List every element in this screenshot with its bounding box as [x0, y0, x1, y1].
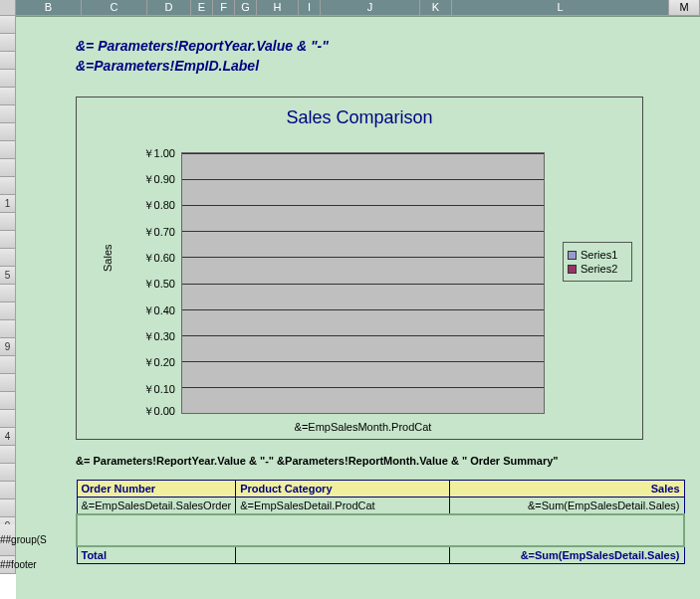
cell-sales[interactable]: &=Sum(EmpSalesDetail.Sales): [450, 498, 684, 515]
y-axis-label: Sales: [102, 244, 114, 272]
chart-title: Sales Comparison: [77, 107, 642, 128]
cell-order[interactable]: &=EmpSalesDetail.SalesOrder: [77, 498, 236, 515]
legend-label: Series1: [581, 249, 617, 261]
row-head[interactable]: 5: [0, 267, 16, 285]
summary-table[interactable]: Order Number Product Category Sales &=Em…: [76, 480, 685, 564]
row-head[interactable]: 9: [0, 338, 16, 356]
table-row[interactable]: &=EmpSalesDetail.SalesOrder &=EmpSalesDe…: [77, 498, 684, 515]
cell-total-mid: [236, 546, 450, 564]
cell-total-label: Total: [77, 546, 236, 564]
col-sales[interactable]: Sales: [450, 481, 684, 498]
table-header-row: Order Number Product Category Sales: [77, 481, 684, 498]
col-D[interactable]: D: [147, 0, 191, 15]
col-product-category[interactable]: Product Category: [236, 481, 450, 498]
chart-legend[interactable]: Series1 Series2: [563, 242, 632, 282]
col-E[interactable]: E: [191, 0, 213, 15]
row-footer-label: ##footer: [0, 556, 16, 574]
col-B[interactable]: B: [16, 0, 82, 15]
col-L[interactable]: L: [452, 0, 669, 15]
col-F[interactable]: F: [213, 0, 235, 15]
legend-item-series2[interactable]: Series2: [568, 263, 627, 275]
x-axis-label: &=EmpSalesMonth.ProdCat: [181, 421, 545, 433]
row-headers[interactable]: 1 5 9 4 9: [0, 16, 16, 553]
chart-container[interactable]: Sales Comparison Sales ￥1.00 ￥0.90 ￥0.80…: [76, 97, 643, 440]
col-C[interactable]: C: [82, 0, 147, 15]
cell-prodcat[interactable]: &=EmpSalesDetail.ProdCat: [236, 498, 450, 515]
row-group-label: ##group(S: [0, 524, 16, 556]
spreadsheet-sheet[interactable]: &= Parameters!ReportYear.Value & "-" &=P…: [16, 16, 700, 599]
row-head[interactable]: 4: [0, 428, 16, 446]
summary-heading: &= Parameters!ReportYear.Value & "-" &Pa…: [76, 455, 559, 467]
legend-item-series1[interactable]: Series1: [568, 249, 627, 261]
col-K[interactable]: K: [420, 0, 452, 15]
column-headers[interactable]: B C D E F G H I J K L M: [0, 0, 700, 16]
col-J[interactable]: J: [321, 0, 420, 15]
title-line1: &= Parameters!ReportYear.Value & "-": [76, 37, 329, 57]
title-line2: &=Parameters!EmpID.Label: [76, 57, 329, 77]
legend-swatch-icon: [568, 251, 577, 260]
col-I[interactable]: I: [299, 0, 321, 15]
group-row[interactable]: [77, 514, 684, 546]
legend-label: Series2: [581, 263, 617, 275]
col-G[interactable]: G: [235, 0, 257, 15]
row-head[interactable]: 1: [0, 195, 16, 213]
legend-swatch-icon: [568, 265, 577, 274]
col-order-number[interactable]: Order Number: [77, 481, 236, 498]
cell-total-sales: &=Sum(EmpSalesDetail.Sales): [450, 546, 684, 564]
table-total-row: Total &=Sum(EmpSalesDetail.Sales): [77, 546, 684, 564]
col-H[interactable]: H: [257, 0, 299, 15]
chart-plot-area[interactable]: [181, 152, 545, 414]
col-M[interactable]: M: [669, 0, 700, 15]
report-title: &= Parameters!ReportYear.Value & "-" &=P…: [76, 37, 329, 76]
